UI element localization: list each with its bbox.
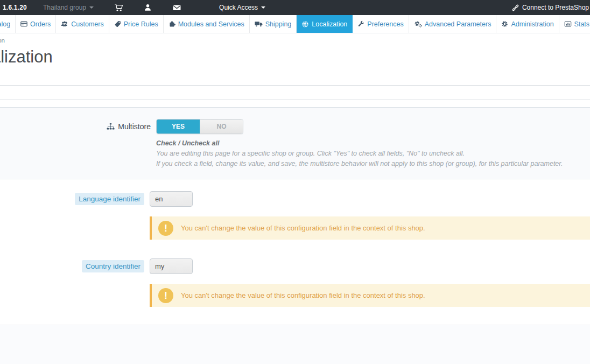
gears-icon bbox=[414, 20, 422, 27]
country-identifier-input[interactable] bbox=[150, 258, 193, 274]
connect-prestashop-link[interactable]: Connect to PrestaShop bbox=[511, 4, 589, 12]
user-icon[interactable] bbox=[144, 3, 152, 12]
breadcrumb: Localization bbox=[0, 37, 5, 45]
nav-item-catalog[interactable]: Catalog bbox=[0, 15, 16, 33]
nav-item-orders[interactable]: Orders bbox=[16, 15, 56, 33]
nav-item-shipping[interactable]: Shipping bbox=[250, 15, 297, 33]
cart-icon[interactable] bbox=[114, 3, 123, 12]
multistore-yes-button[interactable]: YES bbox=[157, 120, 200, 134]
nav-item-localization[interactable]: Localization bbox=[297, 15, 353, 33]
quick-access-label: Quick Access bbox=[219, 4, 258, 11]
spacer-band bbox=[0, 100, 590, 107]
gear-icon bbox=[501, 20, 508, 27]
warning-icon bbox=[158, 288, 173, 303]
language-identifier-input[interactable] bbox=[150, 191, 193, 207]
country-identifier-label: Country identifier bbox=[82, 260, 144, 272]
warning-alert: You can't change the value of this confi… bbox=[150, 284, 590, 307]
credit-card-icon bbox=[20, 20, 27, 27]
shop-group-dropdown[interactable]: Thailand group bbox=[43, 4, 94, 11]
nav-item-price-rules[interactable]: Price Rules bbox=[109, 15, 164, 33]
main-nav: Catalog Orders Customers Price Rules Mod… bbox=[0, 15, 590, 33]
multistore-help-line1: You are editing this page for a specific… bbox=[156, 149, 579, 159]
wrench-icon bbox=[357, 20, 364, 27]
warning-text: You can't change the value of this confi… bbox=[181, 224, 425, 232]
localization-form: Language identifier You can't change the… bbox=[0, 191, 590, 364]
shop-group-label: Thailand group bbox=[43, 4, 86, 11]
warning-icon bbox=[158, 221, 173, 236]
version-label: 1.6.1.20 bbox=[3, 4, 27, 11]
toolbar-band bbox=[0, 86, 590, 99]
globe-icon bbox=[301, 20, 309, 28]
prestashop-admin-page: 1.6.1.20 Thailand group Quick Access Con… bbox=[0, 0, 590, 364]
warning-alert: You can't change the value of this confi… bbox=[150, 216, 590, 240]
link-icon bbox=[511, 4, 519, 12]
nav-item-administration[interactable]: Administration bbox=[496, 15, 559, 33]
page-header: Localization Localization bbox=[0, 33, 590, 85]
tag-icon bbox=[114, 20, 121, 27]
field-row-language-identifier: Language identifier bbox=[0, 191, 590, 207]
nav-item-stats[interactable]: Stats bbox=[559, 15, 590, 33]
footer-band bbox=[0, 325, 590, 364]
warning-text: You can't change the value of this confi… bbox=[181, 291, 425, 299]
multistore-label: Multistore bbox=[0, 122, 151, 131]
multistore-panel: Multistore YES NO Check / Uncheck all Yo… bbox=[0, 107, 590, 179]
multistore-help-title: Check / Uncheck all bbox=[156, 138, 579, 149]
multistore-switch: YES NO bbox=[156, 119, 243, 134]
page-title: Localization bbox=[0, 47, 226, 72]
caret-down-icon bbox=[261, 6, 265, 9]
users-icon bbox=[61, 20, 68, 27]
nav-item-customers[interactable]: Customers bbox=[56, 15, 109, 33]
multistore-help-line2: If you check a field, change its value, … bbox=[156, 159, 579, 169]
nav-item-advanced-parameters[interactable]: Advanced Parameters bbox=[409, 15, 497, 33]
puzzle-icon bbox=[168, 20, 175, 27]
truck-icon bbox=[255, 20, 263, 27]
nav-item-modules-and-services[interactable]: Modules and Services bbox=[164, 15, 250, 33]
mail-icon[interactable] bbox=[172, 3, 181, 12]
bar-chart-icon bbox=[564, 20, 572, 27]
language-identifier-label: Language identifier bbox=[75, 193, 144, 205]
connect-label: Connect to PrestaShop bbox=[522, 4, 589, 11]
multistore-help: Check / Uncheck all You are editing this… bbox=[156, 138, 590, 169]
topbar: 1.6.1.20 Thailand group Quick Access Con… bbox=[0, 0, 590, 15]
quick-access-dropdown[interactable]: Quick Access bbox=[219, 4, 265, 11]
caret-down-icon bbox=[89, 6, 94, 9]
multistore-no-button[interactable]: NO bbox=[200, 120, 243, 134]
field-row-country-identifier: Country identifier bbox=[0, 258, 590, 274]
sitemap-icon bbox=[107, 123, 115, 130]
nav-item-preferences[interactable]: Preferences bbox=[353, 15, 409, 33]
